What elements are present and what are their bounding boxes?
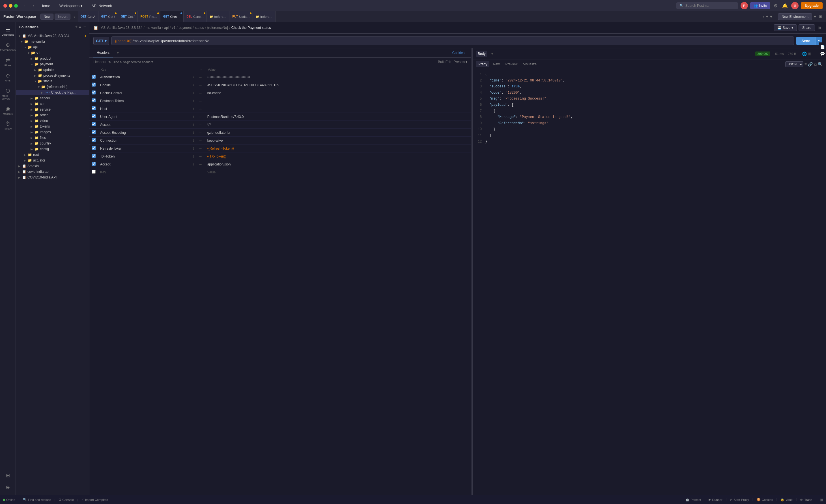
header-checkbox[interactable] [92,90,96,94]
header-row[interactable]: Accept ℹ ··· */* [90,121,471,129]
header-value-cell[interactable]: •••••••••••••••••••••••••••••••••••• [205,73,449,81]
request-more-button[interactable]: ⊞ [817,24,822,31]
resp-format-preview[interactable]: Preview [503,61,520,67]
workspaces-nav[interactable]: Workspaces ▾ [57,3,85,9]
header-checkbox[interactable] [92,82,96,86]
folder-update[interactable]: ▶ 📁 update [16,67,89,73]
folder-service[interactable]: ▶ 📁 service [16,107,89,112]
settings-button[interactable]: ⚙ [773,2,779,10]
resp-tab-body[interactable]: Body [476,51,487,57]
header-row[interactable]: Accept-Encoding ℹ ··· gzip, deflate, br [90,129,471,137]
header-checkbox[interactable] [92,75,96,79]
hide-auto-headers-toggle[interactable]: 👁 Hide auto-generated headers [108,60,153,64]
header-row[interactable]: User-Agent ℹ ··· PostmanRuntime/7.43.0 [90,113,471,121]
runner-button[interactable]: ▶ Runner [709,498,722,502]
notifications-button[interactable]: 🔔 [781,2,789,10]
new-button[interactable]: New [41,14,53,20]
header-value-cell[interactable]: {{Refresh-Token}} [205,144,449,152]
header-key-cell[interactable]: Accept [98,161,190,168]
save-button[interactable]: 💾 Save ▾ [774,24,797,31]
layout-toggle-button[interactable]: ⊞ [820,498,823,502]
header-checkbox-cell[interactable] [90,129,98,137]
upgrade-button[interactable]: Upgrade [801,2,823,9]
maximize-button[interactable] [14,4,18,8]
tab-get-a[interactable]: GET Get A [78,11,99,22]
online-status[interactable]: Online [3,498,15,501]
postbot-button[interactable]: 🤖 Postbot [686,498,701,502]
new-key-cell[interactable]: Key [98,168,190,176]
find-replace-button[interactable]: 🔍 Find and replace [23,498,51,501]
folder-ms-vanilla[interactable]: ▼ 📂 ms-vanilla [16,39,89,45]
folder-api[interactable]: ▼ 📂 api [16,45,89,50]
header-checkbox[interactable] [92,122,96,126]
header-checkbox[interactable] [92,154,96,158]
sidebar-flows[interactable]: ⇌ Flows [1,55,15,69]
home-nav[interactable]: Home [38,3,53,9]
header-checkbox[interactable] [92,106,96,110]
folder-process-payments[interactable]: ▶ 📁 processPayments [16,73,89,78]
collection-covid-india-api[interactable]: ▶ 📋 covid-india-api [16,169,89,175]
response-more-icon[interactable]: ··· [812,52,816,56]
header-checkbox-cell[interactable] [90,161,98,168]
vault-button[interactable]: 🔒 Vault [780,498,792,502]
panel-docs-button[interactable]: 📄 [820,48,825,49]
user-profile-avatar[interactable]: U [791,2,799,9]
tabs-more-button[interactable]: ▾ [769,13,773,20]
resp-align-icon[interactable]: ≡ [805,62,807,66]
folder-reference-no[interactable]: ▼ 📂 {referenceNo} [16,84,89,90]
tab-get-1[interactable]: GET Get / [99,11,118,22]
cookies-link[interactable]: Cookies [452,51,465,55]
request-check-payment[interactable]: ▶ GET Check the Pay… [16,90,89,95]
url-input[interactable]: {{baseUrl}}/ms-vanilla/api/v1/payment/st… [111,37,794,45]
tab-folder-1[interactable]: 📁 {refere… [207,11,229,22]
header-key-cell[interactable]: Accept-Encoding [98,129,190,137]
minimize-button[interactable] [9,4,12,8]
header-value-cell[interactable]: JSESSIONID=6CCD67D21C0ECE448956E139… [205,81,449,89]
sidebar-mock-servers[interactable]: ⬡ Mock servers [1,85,15,103]
header-key-cell[interactable]: Cookie [98,81,190,89]
folder-tokens[interactable]: ▶ 📁 tokens [16,124,89,129]
header-checkbox[interactable] [92,138,96,142]
tab-folder-2[interactable]: 📁 {refere… [253,11,276,22]
share-button[interactable]: Share [799,24,815,31]
sidebar-monitors[interactable]: ◉ Monitors [1,104,15,118]
sort-collections-button[interactable]: ≡ [79,24,81,29]
resp-format-visualize[interactable]: Visualize [521,61,539,67]
folder-country[interactable]: ▶ 📁 country [16,140,89,146]
sidebar-apis[interactable]: ◇ APIs [1,70,15,84]
header-row[interactable]: Cookie ℹ ··· JSESSIONID=6CCD67D21C0ECE44… [90,81,471,89]
new-tab-button[interactable]: + [765,13,769,20]
breadcrumb-v1[interactable]: v1 [172,26,176,30]
bulk-edit-button[interactable]: Bulk Edit [438,60,451,64]
header-checkbox-cell[interactable] [90,137,98,144]
header-row[interactable]: Connection ℹ ··· keep-alive [90,137,471,144]
header-value-cell[interactable]: */* [205,121,449,129]
breadcrumb-status[interactable]: status [195,26,204,30]
tab-post[interactable]: POST Pro… [138,11,160,22]
header-value-cell[interactable]: gzip, deflate, br [205,129,449,137]
header-row[interactable]: Authorization ℹ ··· ••••••••••••••••••••… [90,73,471,81]
layout-button[interactable]: ⊞ [818,13,823,20]
header-checkbox-cell[interactable] [90,81,98,89]
tab-put[interactable]: PUT Upda… [229,11,253,22]
header-row[interactable]: TX-Token ℹ ··· {{TX-Token}} [90,152,471,161]
panel-comment-button[interactable]: 💬 [820,52,825,56]
header-key-cell[interactable]: User-Agent [98,113,190,121]
folder-root[interactable]: ▶ 📁 root [16,152,89,158]
header-checkbox-cell[interactable] [90,73,98,81]
resp-format-pretty[interactable]: Pretty [476,61,489,67]
header-value-cell[interactable]: application/json [205,161,449,168]
header-checkbox[interactable] [92,114,96,118]
header-checkbox[interactable] [92,146,96,150]
header-checkbox-cell[interactable] [90,152,98,161]
folder-files[interactable]: ▶ 📁 files [16,135,89,140]
collection-ms-vanilla[interactable]: ▼ 📋 MS-Vanilla Java 23, SB 334 ★ [16,33,89,39]
env-chevron-button[interactable]: ▾ [813,13,817,20]
breadcrumb-collection[interactable]: MS-Vanilla Java 23, SB 334 [101,26,142,30]
forward-button[interactable]: → [30,3,36,8]
header-key-cell[interactable]: Accept [98,121,190,129]
cookies-button[interactable]: 🍪 Cookies [757,498,773,502]
folder-cancel[interactable]: ▶ 📁 cancel [16,95,89,101]
import-button[interactable]: Import [55,14,70,20]
add-collection-button[interactable]: + [75,24,77,29]
